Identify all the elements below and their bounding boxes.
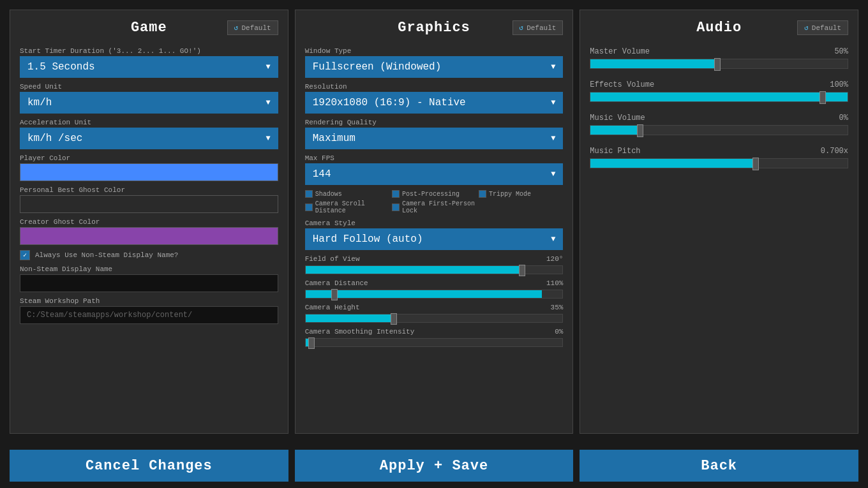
- trippy-checkbox-item[interactable]: Trippy Mode: [479, 190, 563, 198]
- accel-unit-field: Acceleration Unit km/h /sec: [20, 119, 278, 149]
- workshop-path-label: Steam Workshop Path: [20, 297, 278, 305]
- master-vol-row: Master Volume 50%: [590, 47, 848, 69]
- music-pitch-slider[interactable]: [590, 158, 848, 168]
- fov-slider-row: Field of View 120°: [305, 255, 564, 274]
- player-color-label: Player Color: [20, 154, 278, 162]
- non-steam-checkbox[interactable]: ✓: [20, 250, 30, 260]
- cam-scroll-checkbox-item[interactable]: Camera Scroll Distance: [305, 200, 389, 214]
- trippy-label: Trippy Mode: [489, 191, 531, 198]
- fov-slider-fill: [306, 266, 524, 274]
- master-vol-slider[interactable]: [590, 59, 848, 69]
- camera-style-dropdown[interactable]: Hard Follow (auto): [305, 228, 564, 250]
- resolution-label: Resolution: [305, 83, 564, 91]
- effects-vol-thumb[interactable]: [819, 91, 826, 104]
- game-panel: Game Default Start Timer Duration ('3...…: [10, 10, 288, 434]
- post-proc-checkbox-item[interactable]: Post-Processing: [392, 190, 476, 198]
- non-steam-checkbox-label: Always Use Non-Steam Display Name?: [35, 251, 178, 259]
- fov-slider-thumb[interactable]: [519, 265, 525, 276]
- resolution-field: Resolution 1920x1080 (16:9) - Native: [305, 83, 564, 114]
- speed-unit-field: Speed Unit km/h: [20, 83, 278, 114]
- player-color-swatch[interactable]: [20, 163, 278, 181]
- cam-height-slider-thumb[interactable]: [391, 313, 397, 325]
- cancel-button[interactable]: Cancel Changes: [10, 450, 288, 482]
- camera-style-label: Camera Style: [305, 219, 564, 227]
- workshop-path-field: Steam Workshop Path: [20, 297, 278, 324]
- render-quality-field: Rendering Quality Maximum: [305, 119, 564, 149]
- cam-height-slider[interactable]: [305, 314, 564, 323]
- non-steam-name-input[interactable]: [20, 274, 278, 292]
- effects-vol-row: Effects Volume 100%: [590, 80, 848, 102]
- shadows-checkbox[interactable]: [305, 190, 313, 198]
- resolution-dropdown[interactable]: 1920x1080 (16:9) - Native: [305, 92, 564, 114]
- master-vol-thumb[interactable]: [714, 58, 721, 71]
- graphics-panel: Graphics Default Window Type Fullscreen …: [295, 10, 574, 434]
- workshop-path-input[interactable]: [20, 306, 278, 324]
- effects-vol-fill: [590, 92, 848, 101]
- apply-save-button[interactable]: Apply + Save: [295, 450, 574, 482]
- window-type-label: Window Type: [305, 47, 564, 55]
- graphics-checkboxes: Shadows Post-Processing Trippy Mode Came…: [305, 190, 564, 214]
- master-vol-label: Master Volume: [590, 47, 650, 56]
- cam-first-person-checkbox-item[interactable]: Camera First-Person Lock: [392, 200, 476, 214]
- creator-ghost-swatch[interactable]: [20, 227, 278, 245]
- music-pitch-thumb[interactable]: [752, 158, 759, 170]
- music-vol-slider[interactable]: [590, 125, 848, 135]
- speed-unit-label: Speed Unit: [20, 83, 278, 91]
- trippy-checkbox[interactable]: [479, 190, 486, 198]
- effects-vol-label: Effects Volume: [590, 80, 654, 89]
- cam-smooth-slider-row: Camera Smoothing Intensity 0%: [305, 328, 564, 347]
- post-proc-checkbox[interactable]: [392, 190, 400, 198]
- audio-default-button[interactable]: Default: [797, 20, 848, 35]
- music-vol-row: Music Volume 0%: [590, 114, 848, 135]
- non-steam-name-field: Non-Steam Display Name: [20, 265, 278, 292]
- non-steam-checkbox-row[interactable]: ✓ Always Use Non-Steam Display Name?: [20, 250, 278, 260]
- camera-style-field: Camera Style Hard Follow (auto): [305, 219, 564, 250]
- non-steam-name-label: Non-Steam Display Name: [20, 265, 278, 273]
- fov-slider[interactable]: [305, 265, 564, 274]
- back-button[interactable]: Back: [580, 450, 858, 482]
- cam-dist-slider[interactable]: [305, 290, 564, 299]
- music-pitch-row: Music Pitch 0.700x: [590, 147, 848, 168]
- cam-dist-slider-thumb[interactable]: [331, 289, 338, 300]
- accel-unit-label: Acceleration Unit: [20, 119, 278, 126]
- shadows-label: Shadows: [315, 191, 342, 198]
- music-pitch-value: 0.700x: [821, 147, 848, 156]
- music-vol-value: 0%: [839, 114, 848, 122]
- post-proc-label: Post-Processing: [402, 191, 460, 198]
- fov-label: Field of View: [305, 255, 360, 263]
- max-fps-dropdown[interactable]: 144: [305, 163, 564, 185]
- cam-first-person-label: Camera First-Person Lock: [402, 200, 476, 214]
- accel-unit-dropdown[interactable]: km/h /sec: [20, 128, 278, 149]
- effects-vol-slider[interactable]: [590, 92, 848, 102]
- game-default-button[interactable]: Default: [227, 20, 278, 35]
- cam-height-value: 35%: [551, 304, 564, 311]
- render-quality-dropdown[interactable]: Maximum: [305, 128, 564, 149]
- render-quality-label: Rendering Quality: [305, 119, 564, 126]
- cam-scroll-checkbox[interactable]: [305, 203, 313, 211]
- graphics-panel-header: Graphics Default: [305, 20, 564, 36]
- pb-ghost-field: Personal Best Ghost Color: [20, 186, 278, 213]
- graphics-title: Graphics: [398, 20, 470, 36]
- master-vol-fill: [590, 59, 719, 68]
- window-type-dropdown[interactable]: Fullscreen (Windowed): [305, 56, 564, 78]
- audio-panel: Audio Default Master Volume 50% Effects …: [580, 10, 858, 434]
- shadows-checkbox-item[interactable]: Shadows: [305, 190, 389, 198]
- cam-smooth-label: Camera Smoothing Intensity: [305, 328, 415, 336]
- music-vol-thumb[interactable]: [637, 124, 643, 137]
- effects-vol-value: 100%: [830, 80, 848, 89]
- bottom-bar: Cancel Changes Apply + Save Back: [0, 443, 868, 488]
- graphics-default-button[interactable]: Default: [513, 20, 564, 35]
- pb-ghost-label: Personal Best Ghost Color: [20, 186, 278, 194]
- cam-dist-slider-fill: [306, 290, 542, 298]
- cam-smooth-slider-thumb[interactable]: [308, 337, 315, 349]
- start-timer-dropdown[interactable]: 1.5 Seconds: [20, 56, 278, 78]
- pb-ghost-swatch[interactable]: [20, 195, 278, 213]
- cam-smooth-slider[interactable]: [305, 338, 564, 347]
- max-fps-label: Max FPS: [305, 154, 564, 162]
- cam-height-slider-fill: [306, 314, 396, 322]
- cam-dist-slider-row: Camera Distance 110%: [305, 279, 564, 299]
- cam-first-person-checkbox[interactable]: [392, 203, 400, 211]
- music-pitch-label: Music Pitch: [590, 147, 640, 156]
- fov-value: 120°: [546, 255, 563, 263]
- speed-unit-dropdown[interactable]: km/h: [20, 92, 278, 114]
